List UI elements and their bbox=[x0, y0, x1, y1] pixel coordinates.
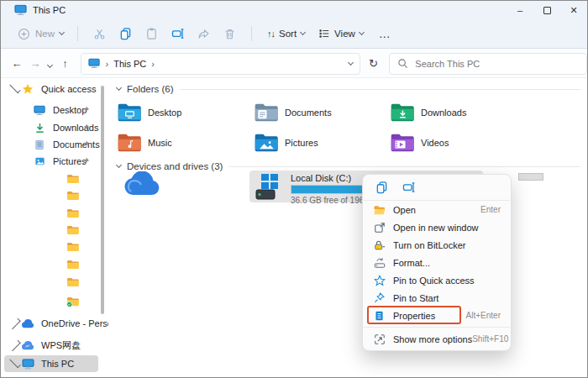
onedrive-cloud-icon bbox=[21, 319, 34, 328]
pin-icon bbox=[81, 157, 90, 165]
sidebar-item-folder[interactable] bbox=[1, 187, 100, 204]
sidebar-item-wps-cloud[interactable]: WPS网盘 bbox=[1, 337, 100, 354]
this-pc-icon bbox=[21, 359, 34, 370]
section-rule bbox=[180, 89, 580, 90]
context-menu: Open Enter Open in new window Turn on Bi… bbox=[362, 174, 512, 351]
chevron-down-icon[interactable] bbox=[9, 82, 20, 93]
sidebar-item-folder[interactable] bbox=[1, 239, 100, 255]
properties-icon bbox=[373, 310, 386, 322]
share-button[interactable] bbox=[191, 24, 217, 44]
crumb-chevron-icon: › bbox=[105, 59, 108, 69]
menu-item-properties[interactable]: Properties Alt+Enter bbox=[363, 307, 511, 324]
breadcrumb-location[interactable]: This PC bbox=[113, 59, 146, 69]
format-drive-icon bbox=[373, 257, 386, 269]
chevron-right-icon[interactable] bbox=[9, 318, 20, 328]
menu-item-turn-on-bitlocker[interactable]: Turn on BitLocker bbox=[363, 236, 511, 254]
rename-icon bbox=[171, 27, 185, 40]
folder-tile-music[interactable]: Music bbox=[118, 129, 250, 157]
copy-button[interactable] bbox=[113, 24, 139, 44]
recent-locations-button[interactable] bbox=[45, 57, 56, 70]
rename-icon[interactable] bbox=[402, 181, 416, 194]
refresh-button[interactable]: ↻ bbox=[363, 57, 385, 70]
navigation-pane: Quick access Desktop Downloads bbox=[1, 79, 108, 377]
crumb-chevron-icon: › bbox=[151, 59, 155, 69]
cloud-drive-item[interactable] bbox=[123, 171, 161, 197]
sidebar-item-desktop[interactable]: Desktop bbox=[1, 102, 100, 118]
menu-item-format[interactable]: Format... bbox=[363, 254, 511, 271]
view-icon bbox=[318, 28, 330, 39]
see-more-button[interactable]: … bbox=[370, 27, 400, 40]
folder-tile-documents[interactable]: Documents bbox=[255, 98, 387, 127]
command-bar: New ↑↓ Sort View … bbox=[1, 19, 587, 49]
disk-usage-fill bbox=[291, 186, 371, 193]
sort-button[interactable]: ↑↓ Sort bbox=[260, 25, 312, 42]
folder-icon bbox=[66, 277, 79, 287]
folders-section-header[interactable]: Folders (6) bbox=[117, 82, 580, 96]
sidebar-item-folder[interactable] bbox=[1, 171, 100, 187]
section-rule bbox=[228, 166, 580, 167]
show-more-options-icon bbox=[373, 333, 386, 345]
close-button[interactable]: ✕ bbox=[560, 1, 587, 19]
sidebar-item-folder-synced[interactable] bbox=[1, 293, 100, 310]
back-button[interactable]: ← bbox=[8, 57, 26, 70]
search-input[interactable]: Search This PC bbox=[389, 53, 587, 75]
view-button[interactable]: View bbox=[312, 24, 370, 43]
sidebar-item-onedrive[interactable]: OneDrive - Personal bbox=[1, 315, 100, 332]
delete-button[interactable] bbox=[217, 24, 243, 44]
folder-tile-videos[interactable]: Videos bbox=[391, 129, 523, 157]
context-menu-quick-actions bbox=[363, 175, 511, 200]
menu-item-pin-to-quick-access[interactable]: Pin to Quick access bbox=[363, 271, 511, 289]
cut-button[interactable] bbox=[87, 24, 113, 44]
folder-tile-desktop[interactable]: Desktop bbox=[118, 98, 250, 127]
maximize-icon bbox=[543, 7, 551, 14]
sidebar-item-folder[interactable] bbox=[1, 274, 100, 291]
toolbar-separator bbox=[251, 26, 252, 41]
chevron-down-icon[interactable] bbox=[9, 357, 20, 368]
maximize-button[interactable] bbox=[533, 1, 560, 19]
wps-cloud-icon bbox=[21, 341, 34, 350]
up-button[interactable]: ↑ bbox=[56, 57, 75, 70]
downloads-folder-icon bbox=[391, 102, 415, 123]
sort-icon: ↑↓ bbox=[267, 29, 275, 39]
search-placeholder: Search This PC bbox=[415, 59, 480, 69]
this-pc-icon bbox=[88, 58, 100, 69]
sidebar-item-folder[interactable] bbox=[1, 222, 100, 239]
chevron-right-icon[interactable] bbox=[9, 339, 20, 350]
folder-icon bbox=[66, 260, 79, 270]
menu-item-open-new-window[interactable]: Open in new window bbox=[363, 218, 511, 236]
sidebar-item-quick-access[interactable]: Quick access bbox=[1, 81, 100, 97]
third-drive-usage-bar bbox=[518, 173, 543, 181]
breadcrumb[interactable]: › This PC › bbox=[81, 53, 360, 75]
address-dropdown-icon[interactable] bbox=[347, 59, 353, 65]
sidebar-item-documents[interactable]: Documents bbox=[1, 136, 100, 153]
copy-icon[interactable] bbox=[375, 181, 388, 194]
sidebar-item-pictures[interactable]: Pictures bbox=[1, 153, 100, 170]
collapse-icon[interactable] bbox=[116, 162, 122, 168]
folder-tile-pictures[interactable]: Pictures bbox=[255, 129, 387, 157]
pin-icon bbox=[81, 123, 90, 132]
sidebar-scrollbar[interactable] bbox=[101, 86, 104, 314]
window-title: This PC bbox=[33, 5, 66, 15]
minimize-button[interactable]: – bbox=[507, 1, 533, 19]
title-bar: This PC – ✕ bbox=[1, 1, 587, 19]
paste-button[interactable] bbox=[139, 24, 165, 44]
folder-tile-downloads[interactable]: Downloads bbox=[391, 98, 523, 127]
download-icon bbox=[33, 123, 46, 134]
this-pc-icon bbox=[14, 4, 27, 16]
sidebar-item-folder[interactable] bbox=[1, 256, 100, 273]
folder-icon bbox=[66, 242, 79, 252]
menu-item-show-more-options[interactable]: Show more options Shift+F10 bbox=[363, 330, 511, 348]
rename-button[interactable] bbox=[165, 24, 191, 44]
search-icon bbox=[397, 58, 408, 69]
sidebar-item-downloads[interactable]: Downloads bbox=[1, 119, 100, 136]
menu-item-open[interactable]: Open Enter bbox=[363, 201, 511, 218]
bitlocker-lock-icon bbox=[373, 239, 386, 251]
pin-icon bbox=[81, 106, 90, 114]
sidebar-item-folder[interactable] bbox=[1, 205, 100, 222]
pin-outline-icon bbox=[373, 292, 386, 303]
collapse-icon[interactable] bbox=[116, 85, 122, 91]
new-button[interactable]: New bbox=[13, 24, 69, 44]
forward-button[interactable]: → bbox=[26, 57, 45, 70]
sidebar-item-this-pc[interactable]: This PC bbox=[4, 355, 98, 372]
menu-item-pin-to-start[interactable]: Pin to Start bbox=[363, 289, 511, 307]
